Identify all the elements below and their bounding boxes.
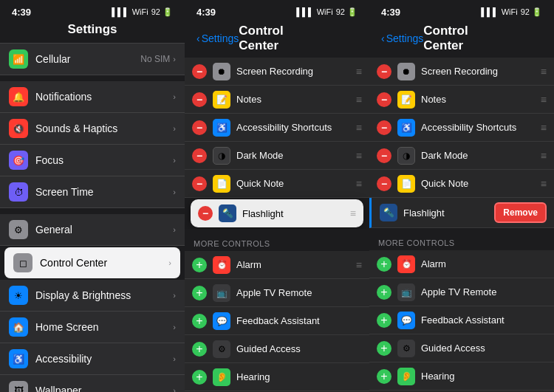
screentime-icon: ⏱ — [9, 182, 28, 202]
minus3-notes[interactable]: − — [377, 92, 391, 107]
flashlight-icon: 🔦 — [219, 204, 236, 222]
sounds-icon: 🔇 — [9, 119, 28, 138]
plus-feedback[interactable]: + — [192, 314, 207, 329]
cc-item-appletv[interactable]: + 📺 Apple TV Remote — [185, 279, 369, 307]
status-icons-2: ▌▌▌ WiFi 92 🔋 — [296, 7, 358, 17]
back-button-cc[interactable]: ‹ Settings — [196, 32, 239, 44]
screen-recording-label: Screen Recording — [236, 66, 356, 77]
drag-dark-mode[interactable]: ≡ — [356, 150, 362, 162]
minus-quick-note[interactable]: − — [192, 176, 207, 191]
drag-notes[interactable]: ≡ — [356, 94, 362, 106]
wallpaper-label: Wallpaper — [35, 385, 173, 392]
cc-item-feedback[interactable]: + 💬 Feedback Assistant — [185, 307, 369, 335]
notes-label-3: Notes — [421, 94, 541, 105]
minus-dark-mode[interactable]: − — [192, 148, 207, 163]
minus-screen-recording[interactable]: − — [192, 64, 207, 79]
minus3-screen-recording[interactable]: − — [377, 64, 391, 79]
cc-item-accessibility-shortcuts[interactable]: − ♿ Accessibility Shortcuts ≡ — [185, 114, 369, 142]
cc3-item-screen-recording[interactable]: − ⏺ Screen Recording ≡ — [369, 58, 554, 86]
dark-mode-icon: ◑ — [213, 147, 230, 165]
remove-button[interactable]: Remove — [494, 202, 547, 223]
cc3-item-hearing[interactable]: + 👂 Hearing — [369, 362, 554, 391]
cc-title: Control Center — [239, 24, 322, 53]
plus-hearing[interactable]: + — [192, 370, 207, 385]
signal-icon-2: ▌▌▌ — [296, 7, 313, 16]
focus-icon: 🎯 — [9, 151, 28, 170]
cc-item-screen-recording[interactable]: − ⏺ Screen Recording ≡ — [185, 58, 369, 86]
drag3-notes[interactable]: ≡ — [541, 94, 547, 106]
cc3-item-appletv[interactable]: + 📺 Apple TV Remote — [369, 278, 554, 306]
settings-item-accessibility[interactable]: ♿ Accessibility › — [0, 343, 185, 375]
plus3-guided[interactable]: + — [377, 341, 391, 356]
plus-alarm[interactable]: + — [192, 258, 207, 272]
cc3-item-notes[interactable]: − 📝 Notes ≡ — [369, 86, 554, 114]
back-button-cc3[interactable]: ‹ Settings — [381, 32, 423, 44]
cc-item-quick-note[interactable]: − 📄 Quick Note ≡ — [185, 170, 369, 198]
drag-alarm[interactable]: ≡ — [356, 259, 362, 271]
cc3-item-flashlight[interactable]: 🔦 Flashlight Remove — [369, 198, 554, 228]
focus-label: Focus — [35, 154, 173, 166]
accessibility-shortcuts-label: Accessibility Shortcuts — [236, 122, 356, 133]
drag-accessibility[interactable]: ≡ — [356, 122, 362, 134]
appletv-icon-3: 📺 — [397, 283, 415, 301]
minus-flashlight[interactable]: − — [198, 206, 213, 221]
cc-item-flashlight[interactable]: − 🔦 Flashlight ≡ — [191, 199, 363, 227]
homescreen-label: Home Screen — [35, 321, 173, 333]
cc3-item-guided[interactable]: + ⚙ Guided Access — [369, 334, 554, 362]
control-center-icon: ◻ — [13, 253, 33, 272]
settings-item-screentime[interactable]: ⏱ Screen Time › — [0, 176, 185, 208]
nav-bar-cc3: ‹ Settings Control Center — [369, 21, 554, 58]
settings-item-general[interactable]: ⚙ General › — [0, 214, 185, 246]
cc-item-notes[interactable]: − 📝 Notes ≡ — [185, 86, 369, 114]
cc3-item-feedback[interactable]: + 💬 Feedback Assistant — [369, 306, 554, 334]
drag3-quick-note[interactable]: ≡ — [541, 178, 547, 190]
settings-item-cellular[interactable]: 📶 Cellular No SIM › — [0, 43, 185, 75]
minus-notes[interactable]: − — [192, 92, 207, 107]
cc3-item-alarm[interactable]: + ⏰ Alarm — [369, 250, 554, 278]
settings-item-control-center[interactable]: ◻ Control Center › — [4, 247, 180, 278]
accessibility-icon-3: ♿ — [397, 119, 415, 137]
cellular-chevron: › — [173, 55, 176, 63]
drag-flashlight[interactable]: ≡ — [350, 207, 356, 219]
hearing-label-3: Hearing — [421, 371, 547, 382]
alarm-label: Alarm — [236, 259, 356, 270]
plus3-alarm[interactable]: + — [377, 257, 391, 272]
drag-screen-recording[interactable]: ≡ — [356, 66, 362, 78]
settings-item-wallpaper[interactable]: 🖼 Wallpaper › — [0, 375, 185, 392]
accessibility-shortcuts-icon: ♿ — [213, 119, 230, 137]
plus3-feedback[interactable]: + — [377, 313, 391, 328]
display-label: Display & Brightness — [35, 289, 173, 301]
cc-item-hearing[interactable]: + 👂 Hearing — [185, 363, 369, 391]
cc-item-dark-mode[interactable]: − ◑ Dark Mode ≡ — [185, 142, 369, 170]
notes-icon-3: 📝 — [397, 91, 415, 109]
plus3-hearing[interactable]: + — [377, 369, 391, 384]
drag-quick-note[interactable]: ≡ — [356, 178, 362, 190]
drag3-accessibility[interactable]: ≡ — [541, 122, 547, 134]
settings-item-display[interactable]: ☀ Display & Brightness › — [0, 280, 185, 312]
plus-appletv[interactable]: + — [192, 286, 207, 300]
cc3-item-accessibility[interactable]: − ♿ Accessibility Shortcuts ≡ — [369, 114, 554, 142]
cc-title-3: Control Center — [423, 24, 507, 53]
minus3-dark-mode[interactable]: − — [377, 148, 391, 163]
settings-item-notifications[interactable]: 🔔 Notifications › — [0, 81, 185, 113]
drag3-screen-recording[interactable]: ≡ — [541, 66, 547, 78]
drag3-dark-mode[interactable]: ≡ — [541, 150, 547, 162]
minus3-accessibility[interactable]: − — [377, 120, 391, 135]
cc3-item-dark-mode[interactable]: − ◑ Dark Mode ≡ — [369, 142, 554, 170]
back-label-cc3: Settings — [386, 32, 424, 44]
settings-item-sounds[interactable]: 🔇 Sounds & Haptics › — [0, 113, 185, 145]
flashlight-label: Flashlight — [242, 208, 350, 219]
minus3-quick-note[interactable]: − — [377, 176, 391, 191]
cc-item-guided[interactable]: + ⚙ Guided Access — [185, 335, 369, 363]
panel-control-center-remove: 4:39 ▌▌▌ WiFi 92 🔋 ‹ Settings Control Ce… — [369, 0, 554, 392]
status-bar-1: 4:39 ▌▌▌ WiFi 92 🔋 — [0, 0, 185, 21]
general-icon: ⚙ — [9, 220, 28, 239]
plus3-appletv[interactable]: + — [377, 285, 391, 300]
guided-label: Guided Access — [236, 343, 362, 354]
minus-accessibility[interactable]: − — [192, 120, 207, 135]
cc-item-alarm[interactable]: + ⏰ Alarm ≡ — [185, 251, 369, 279]
plus-guided[interactable]: + — [192, 342, 207, 357]
cc3-item-quick-note[interactable]: − 📄 Quick Note ≡ — [369, 170, 554, 198]
settings-item-focus[interactable]: 🎯 Focus › — [0, 145, 185, 176]
settings-item-homescreen[interactable]: 🏠 Home Screen › — [0, 312, 185, 343]
